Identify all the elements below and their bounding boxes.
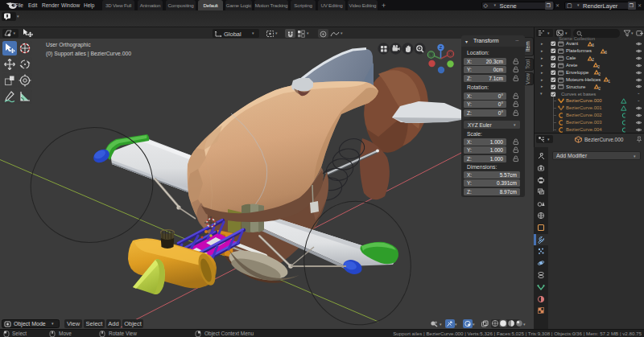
svg-text:Y: Y: [430, 52, 433, 57]
svg-text:X: X: [449, 51, 452, 56]
